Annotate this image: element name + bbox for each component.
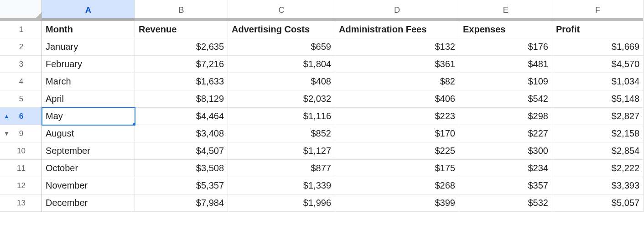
cell-F11[interactable]: $2,222 bbox=[552, 160, 644, 177]
column-header-a[interactable]: A bbox=[42, 0, 135, 21]
row-header-10[interactable]: 10 bbox=[0, 142, 42, 160]
row-header-5[interactable]: 5 bbox=[0, 90, 42, 108]
cell-fill-handle[interactable] bbox=[132, 122, 135, 125]
cell-E5[interactable]: $542 bbox=[459, 90, 552, 108]
row-header-13[interactable]: 13 bbox=[0, 194, 42, 212]
cell-A2[interactable]: January bbox=[42, 38, 135, 56]
cell-D5[interactable]: $406 bbox=[335, 90, 459, 108]
cell-C12[interactable]: $1,339 bbox=[228, 177, 335, 194]
column-header-e[interactable]: E bbox=[459, 0, 552, 21]
cell-D4[interactable]: $82 bbox=[335, 73, 459, 90]
cell-E11[interactable]: $234 bbox=[459, 160, 552, 177]
cell-F3[interactable]: $4,570 bbox=[552, 56, 644, 73]
row-number: 6 bbox=[16, 112, 27, 121]
cell-B3[interactable]: $7,216 bbox=[135, 56, 228, 73]
row-header-4[interactable]: 4 bbox=[0, 73, 42, 90]
cell-F10[interactable]: $2,854 bbox=[552, 142, 644, 160]
cell-E2[interactable]: $176 bbox=[459, 38, 552, 56]
row-header-11[interactable]: 11 bbox=[0, 160, 42, 177]
cell-E4[interactable]: $109 bbox=[459, 73, 552, 90]
cell-C2[interactable]: $659 bbox=[228, 38, 335, 56]
cell-A6[interactable]: May bbox=[42, 108, 135, 125]
cell-C1[interactable]: Advertising Costs bbox=[228, 21, 335, 38]
row-number: 4 bbox=[16, 77, 27, 86]
row-number: 10 bbox=[16, 147, 27, 156]
cell-B11[interactable]: $3,508 bbox=[135, 160, 228, 177]
row-number: 3 bbox=[16, 60, 27, 69]
cell-B13[interactable]: $7,984 bbox=[135, 194, 228, 212]
cell-D3[interactable]: $361 bbox=[335, 56, 459, 73]
cell-D6[interactable]: $223 bbox=[335, 108, 459, 125]
cell-C3[interactable]: $1,804 bbox=[228, 56, 335, 73]
row-number: 12 bbox=[16, 181, 27, 190]
group-expand-down-icon[interactable]: ▼ bbox=[4, 131, 10, 136]
cell-B1[interactable]: Revenue bbox=[135, 21, 228, 38]
spreadsheet-grid[interactable]: ABCDEF1MonthRevenueAdvertising CostsAdmi… bbox=[0, 0, 644, 212]
cell-F12[interactable]: $3,393 bbox=[552, 177, 644, 194]
row-number: 13 bbox=[16, 199, 27, 208]
cell-A4[interactable]: March bbox=[42, 73, 135, 90]
cell-F13[interactable]: $5,057 bbox=[552, 194, 644, 212]
cell-E6[interactable]: $298 bbox=[459, 108, 552, 125]
column-header-d[interactable]: D bbox=[335, 0, 459, 21]
column-header-b[interactable]: B bbox=[135, 0, 228, 21]
cell-D12[interactable]: $268 bbox=[335, 177, 459, 194]
row-number: 1 bbox=[16, 25, 27, 34]
group-collapse-up-icon[interactable]: ▲ bbox=[4, 113, 10, 119]
row-number: 11 bbox=[16, 164, 27, 173]
row-header-6[interactable]: ▲6 bbox=[0, 108, 42, 125]
cell-C5[interactable]: $2,032 bbox=[228, 90, 335, 108]
cell-E9[interactable]: $227 bbox=[459, 125, 552, 142]
cell-D11[interactable]: $175 bbox=[335, 160, 459, 177]
cell-B5[interactable]: $8,129 bbox=[135, 90, 228, 108]
row-number: 2 bbox=[16, 42, 27, 52]
row-header-3[interactable]: 3 bbox=[0, 56, 42, 73]
cell-E12[interactable]: $357 bbox=[459, 177, 552, 194]
cell-A1[interactable]: Month bbox=[42, 21, 135, 38]
row-number: 5 bbox=[16, 94, 27, 104]
cell-D1[interactable]: Administration Fees bbox=[335, 21, 459, 38]
cell-D13[interactable]: $399 bbox=[335, 194, 459, 212]
cell-F1[interactable]: Profit bbox=[552, 21, 644, 38]
cell-D2[interactable]: $132 bbox=[335, 38, 459, 56]
cell-C13[interactable]: $1,996 bbox=[228, 194, 335, 212]
cell-D9[interactable]: $170 bbox=[335, 125, 459, 142]
cell-D10[interactable]: $225 bbox=[335, 142, 459, 160]
cell-B4[interactable]: $1,633 bbox=[135, 73, 228, 90]
cell-B9[interactable]: $3,408 bbox=[135, 125, 228, 142]
row-header-1[interactable]: 1 bbox=[0, 21, 42, 38]
cell-F9[interactable]: $2,158 bbox=[552, 125, 644, 142]
cell-A10[interactable]: September bbox=[42, 142, 135, 160]
cell-B12[interactable]: $5,357 bbox=[135, 177, 228, 194]
cell-C10[interactable]: $1,127 bbox=[228, 142, 335, 160]
row-header-12[interactable]: 12 bbox=[0, 177, 42, 194]
row-header-2[interactable]: 2 bbox=[0, 38, 42, 56]
cell-E3[interactable]: $481 bbox=[459, 56, 552, 73]
row-number: 9 bbox=[16, 129, 27, 138]
cell-A13[interactable]: December bbox=[42, 194, 135, 212]
cell-A11[interactable]: October bbox=[42, 160, 135, 177]
cell-F4[interactable]: $1,034 bbox=[552, 73, 644, 90]
cell-E13[interactable]: $532 bbox=[459, 194, 552, 212]
cell-C4[interactable]: $408 bbox=[228, 73, 335, 90]
column-header-c[interactable]: C bbox=[228, 0, 335, 21]
cell-F6[interactable]: $2,827 bbox=[552, 108, 644, 125]
cell-C6[interactable]: $1,116 bbox=[228, 108, 335, 125]
cell-E1[interactable]: Expenses bbox=[459, 21, 552, 38]
cell-F5[interactable]: $5,148 bbox=[552, 90, 644, 108]
cell-A12[interactable]: November bbox=[42, 177, 135, 194]
select-all-corner[interactable] bbox=[0, 0, 42, 21]
cell-A3[interactable]: February bbox=[42, 56, 135, 73]
column-header-f[interactable]: F bbox=[552, 0, 644, 21]
cell-C11[interactable]: $877 bbox=[228, 160, 335, 177]
cell-C9[interactable]: $852 bbox=[228, 125, 335, 142]
cell-B10[interactable]: $4,507 bbox=[135, 142, 228, 160]
cell-A5[interactable]: April bbox=[42, 90, 135, 108]
cell-F2[interactable]: $1,669 bbox=[552, 38, 644, 56]
cell-B2[interactable]: $2,635 bbox=[135, 38, 228, 56]
cell-A9[interactable]: August bbox=[42, 125, 135, 142]
cell-E10[interactable]: $300 bbox=[459, 142, 552, 160]
cell-B6[interactable]: $4,464 bbox=[135, 108, 228, 125]
row-header-9[interactable]: ▼9 bbox=[0, 125, 42, 142]
